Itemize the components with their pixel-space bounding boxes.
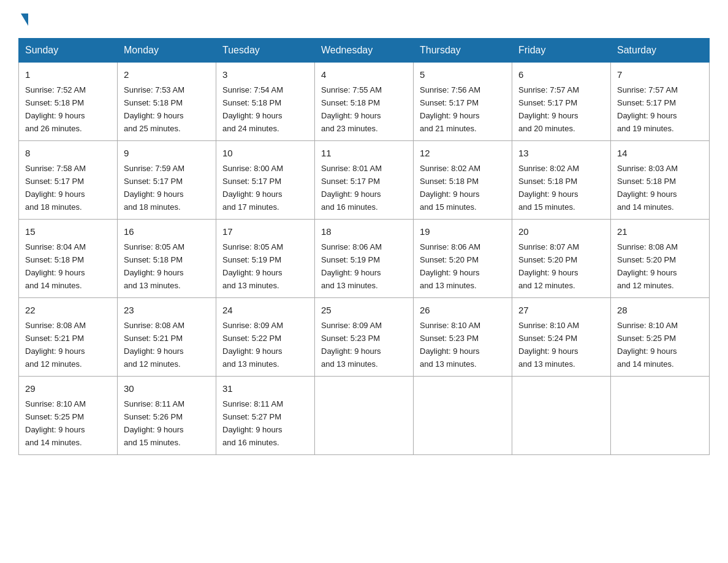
day-number: 19 xyxy=(420,224,506,239)
day-number: 16 xyxy=(124,224,210,239)
day-info: Sunrise: 7:56 AMSunset: 5:17 PMDaylight:… xyxy=(420,85,480,133)
day-number: 28 xyxy=(617,303,703,317)
calendar-cell: 8Sunrise: 7:58 AMSunset: 5:17 PMDaylight… xyxy=(19,140,118,219)
page-header xyxy=(18,12,710,26)
calendar-cell: 9Sunrise: 7:59 AMSunset: 5:17 PMDaylight… xyxy=(118,140,216,219)
day-number: 24 xyxy=(222,303,308,317)
day-info: Sunrise: 8:05 AMSunset: 5:18 PMDaylight:… xyxy=(124,242,184,290)
day-number: 26 xyxy=(420,303,506,317)
day-info: Sunrise: 8:01 AMSunset: 5:17 PMDaylight:… xyxy=(321,164,382,212)
day-info: Sunrise: 8:09 AMSunset: 5:23 PMDaylight:… xyxy=(321,321,382,369)
week-row-2: 8Sunrise: 7:58 AMSunset: 5:17 PMDaylight… xyxy=(19,140,710,219)
day-info: Sunrise: 7:54 AMSunset: 5:18 PMDaylight:… xyxy=(222,85,283,133)
day-info: Sunrise: 8:04 AMSunset: 5:18 PMDaylight:… xyxy=(25,242,86,290)
day-info: Sunrise: 8:00 AMSunset: 5:17 PMDaylight:… xyxy=(222,164,283,212)
day-number: 15 xyxy=(25,224,111,239)
week-row-5: 29Sunrise: 8:10 AMSunset: 5:25 PMDayligh… xyxy=(19,376,710,454)
calendar-cell: 14Sunrise: 8:03 AMSunset: 5:18 PMDayligh… xyxy=(611,140,710,219)
calendar-cell xyxy=(315,376,414,454)
calendar-cell: 10Sunrise: 8:00 AMSunset: 5:17 PMDayligh… xyxy=(216,140,315,219)
day-info: Sunrise: 8:05 AMSunset: 5:19 PMDaylight:… xyxy=(222,242,283,290)
day-info: Sunrise: 7:52 AMSunset: 5:18 PMDaylight:… xyxy=(25,85,86,133)
day-info: Sunrise: 8:11 AMSunset: 5:26 PMDaylight:… xyxy=(124,399,184,447)
day-number: 29 xyxy=(25,381,111,396)
calendar-cell: 20Sunrise: 8:07 AMSunset: 5:20 PMDayligh… xyxy=(512,219,611,297)
day-info: Sunrise: 7:59 AMSunset: 5:17 PMDaylight:… xyxy=(124,164,184,212)
day-info: Sunrise: 7:53 AMSunset: 5:18 PMDaylight:… xyxy=(124,85,184,133)
day-number: 20 xyxy=(518,224,604,239)
day-info: Sunrise: 8:02 AMSunset: 5:18 PMDaylight:… xyxy=(518,164,579,212)
day-number: 7 xyxy=(617,67,703,82)
calendar-cell: 13Sunrise: 8:02 AMSunset: 5:18 PMDayligh… xyxy=(512,140,611,219)
day-info: Sunrise: 8:09 AMSunset: 5:22 PMDaylight:… xyxy=(222,321,283,369)
calendar-cell: 26Sunrise: 8:10 AMSunset: 5:23 PMDayligh… xyxy=(414,297,512,376)
day-info: Sunrise: 8:08 AMSunset: 5:20 PMDaylight:… xyxy=(617,242,678,290)
weekday-header-tuesday: Tuesday xyxy=(216,39,315,63)
weekday-header-row: SundayMondayTuesdayWednesdayThursdayFrid… xyxy=(19,39,710,63)
day-number: 30 xyxy=(124,381,210,396)
day-info: Sunrise: 8:02 AMSunset: 5:18 PMDaylight:… xyxy=(420,164,480,212)
calendar-cell xyxy=(611,376,710,454)
calendar-cell: 30Sunrise: 8:11 AMSunset: 5:26 PMDayligh… xyxy=(118,376,216,454)
calendar-cell: 7Sunrise: 7:57 AMSunset: 5:17 PMDaylight… xyxy=(611,63,710,141)
day-info: Sunrise: 8:11 AMSunset: 5:27 PMDaylight:… xyxy=(222,399,283,447)
calendar-cell: 4Sunrise: 7:55 AMSunset: 5:18 PMDaylight… xyxy=(315,63,414,141)
day-number: 25 xyxy=(321,303,407,317)
day-info: Sunrise: 8:08 AMSunset: 5:21 PMDaylight:… xyxy=(25,321,86,369)
day-number: 13 xyxy=(518,146,604,160)
weekday-header-monday: Monday xyxy=(118,39,216,63)
day-number: 31 xyxy=(222,381,308,396)
day-number: 27 xyxy=(518,303,604,317)
logo xyxy=(18,12,28,26)
day-info: Sunrise: 8:08 AMSunset: 5:21 PMDaylight:… xyxy=(124,321,184,369)
calendar-cell: 27Sunrise: 8:10 AMSunset: 5:24 PMDayligh… xyxy=(512,297,611,376)
calendar-cell: 5Sunrise: 7:56 AMSunset: 5:17 PMDaylight… xyxy=(414,63,512,141)
calendar-cell: 12Sunrise: 8:02 AMSunset: 5:18 PMDayligh… xyxy=(414,140,512,219)
day-info: Sunrise: 8:03 AMSunset: 5:18 PMDaylight:… xyxy=(617,164,678,212)
weekday-header-wednesday: Wednesday xyxy=(315,39,414,63)
weekday-header-saturday: Saturday xyxy=(611,39,710,63)
calendar-cell: 21Sunrise: 8:08 AMSunset: 5:20 PMDayligh… xyxy=(611,219,710,297)
week-row-4: 22Sunrise: 8:08 AMSunset: 5:21 PMDayligh… xyxy=(19,297,710,376)
calendar-table: SundayMondayTuesdayWednesdayThursdayFrid… xyxy=(18,38,710,455)
day-number: 2 xyxy=(124,67,210,82)
calendar-cell: 24Sunrise: 8:09 AMSunset: 5:22 PMDayligh… xyxy=(216,297,315,376)
calendar-cell: 11Sunrise: 8:01 AMSunset: 5:17 PMDayligh… xyxy=(315,140,414,219)
day-number: 22 xyxy=(25,303,111,317)
logo-arrow-icon xyxy=(21,13,28,26)
day-number: 3 xyxy=(222,67,308,82)
day-info: Sunrise: 8:10 AMSunset: 5:23 PMDaylight:… xyxy=(420,321,480,369)
day-number: 17 xyxy=(222,224,308,239)
calendar-cell: 6Sunrise: 7:57 AMSunset: 5:17 PMDaylight… xyxy=(512,63,611,141)
day-info: Sunrise: 7:58 AMSunset: 5:17 PMDaylight:… xyxy=(25,164,86,212)
day-info: Sunrise: 7:57 AMSunset: 5:17 PMDaylight:… xyxy=(617,85,678,133)
day-number: 18 xyxy=(321,224,407,239)
weekday-header-thursday: Thursday xyxy=(414,39,512,63)
calendar-cell xyxy=(414,376,512,454)
calendar-cell: 18Sunrise: 8:06 AMSunset: 5:19 PMDayligh… xyxy=(315,219,414,297)
day-number: 10 xyxy=(222,146,308,160)
calendar-cell: 28Sunrise: 8:10 AMSunset: 5:25 PMDayligh… xyxy=(611,297,710,376)
day-info: Sunrise: 8:06 AMSunset: 5:19 PMDaylight:… xyxy=(321,242,382,290)
day-number: 5 xyxy=(420,67,506,82)
day-info: Sunrise: 8:10 AMSunset: 5:25 PMDaylight:… xyxy=(25,399,86,447)
calendar-cell: 25Sunrise: 8:09 AMSunset: 5:23 PMDayligh… xyxy=(315,297,414,376)
calendar-cell xyxy=(512,376,611,454)
day-info: Sunrise: 8:07 AMSunset: 5:20 PMDaylight:… xyxy=(518,242,579,290)
calendar-cell: 17Sunrise: 8:05 AMSunset: 5:19 PMDayligh… xyxy=(216,219,315,297)
day-number: 21 xyxy=(617,224,703,239)
day-number: 6 xyxy=(518,67,604,82)
day-number: 23 xyxy=(124,303,210,317)
day-info: Sunrise: 7:55 AMSunset: 5:18 PMDaylight:… xyxy=(321,85,382,133)
calendar-cell: 29Sunrise: 8:10 AMSunset: 5:25 PMDayligh… xyxy=(19,376,118,454)
calendar-cell: 1Sunrise: 7:52 AMSunset: 5:18 PMDaylight… xyxy=(19,63,118,141)
calendar-cell: 16Sunrise: 8:05 AMSunset: 5:18 PMDayligh… xyxy=(118,219,216,297)
day-number: 1 xyxy=(25,67,111,82)
weekday-header-sunday: Sunday xyxy=(19,39,118,63)
week-row-1: 1Sunrise: 7:52 AMSunset: 5:18 PMDaylight… xyxy=(19,63,710,141)
calendar-cell: 2Sunrise: 7:53 AMSunset: 5:18 PMDaylight… xyxy=(118,63,216,141)
calendar-cell: 31Sunrise: 8:11 AMSunset: 5:27 PMDayligh… xyxy=(216,376,315,454)
day-number: 9 xyxy=(124,146,210,160)
calendar-cell: 3Sunrise: 7:54 AMSunset: 5:18 PMDaylight… xyxy=(216,63,315,141)
week-row-3: 15Sunrise: 8:04 AMSunset: 5:18 PMDayligh… xyxy=(19,219,710,297)
